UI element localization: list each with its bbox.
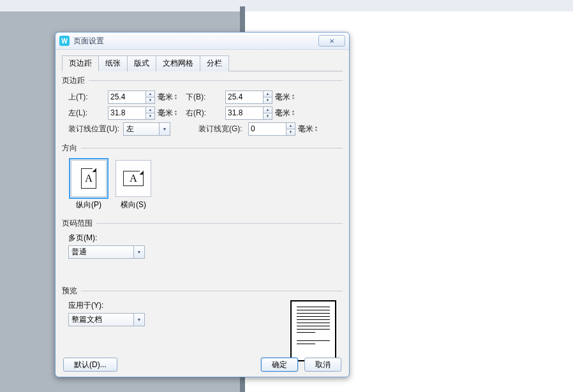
tab-margins[interactable]: 页边距 bbox=[62, 55, 99, 71]
label-bottom: 下(B): bbox=[186, 92, 225, 103]
fieldset-orientation: 方向 A 纵向(P) A 横向(S) bbox=[62, 143, 343, 214]
cancel-button[interactable]: 取消 bbox=[304, 358, 341, 372]
tab-columns[interactable]: 分栏 bbox=[200, 55, 229, 71]
orientation-portrait[interactable]: A 纵向(P) bbox=[71, 160, 107, 210]
close-button[interactable]: ✕ bbox=[318, 35, 345, 47]
label-left: 左(L): bbox=[68, 108, 108, 119]
tab-paper[interactable]: 纸张 bbox=[98, 55, 128, 71]
spin-down-icon[interactable]: ▼ bbox=[146, 97, 154, 103]
spin-down-icon[interactable]: ▼ bbox=[264, 113, 272, 119]
portrait-page-icon: A bbox=[81, 168, 96, 189]
input-bottom[interactable] bbox=[226, 92, 263, 103]
spin-gutter-width[interactable]: ▲▼ bbox=[248, 122, 295, 136]
spin-up-icon[interactable]: ▲ bbox=[264, 107, 272, 113]
spin-left[interactable]: ▲▼ bbox=[108, 106, 155, 120]
fieldset-page-scope: 页码范围 多页(M): 普通▼ bbox=[62, 218, 343, 260]
unit-left[interactable]: 毫米▲▼ bbox=[155, 108, 179, 119]
spin-up-icon[interactable]: ▲ bbox=[146, 91, 154, 97]
dialog-title: 页面设置 bbox=[73, 36, 318, 47]
tab-layout[interactable]: 版式 bbox=[127, 55, 156, 71]
chevron-down-icon[interactable]: ▼ bbox=[133, 314, 144, 326]
select-multi-page[interactable]: 普通▼ bbox=[68, 245, 145, 259]
orientation-landscape-label: 横向(S) bbox=[121, 200, 146, 210]
spin-up-icon[interactable]: ▲ bbox=[264, 91, 272, 97]
legend-preview: 预览 bbox=[62, 286, 77, 296]
unit-bottom[interactable]: 毫米▲▼ bbox=[272, 92, 297, 103]
app-icon: W bbox=[59, 36, 70, 46]
tab-docgrid[interactable]: 文档网格 bbox=[156, 55, 200, 71]
spin-up-icon[interactable]: ▲ bbox=[286, 123, 295, 129]
ok-button[interactable]: 确定 bbox=[261, 358, 298, 372]
orientation-landscape[interactable]: A 横向(S) bbox=[115, 160, 151, 210]
legend-page-scope: 页码范围 bbox=[62, 218, 93, 229]
label-gutter-width: 装订线宽(G): bbox=[198, 124, 248, 134]
spin-bottom[interactable]: ▲▼ bbox=[225, 91, 272, 104]
label-right: 右(R): bbox=[186, 108, 225, 119]
label-apply-to: 应用于(Y): bbox=[68, 300, 145, 311]
spin-top[interactable]: ▲▼ bbox=[108, 91, 155, 104]
titlebar[interactable]: W 页面设置 ✕ bbox=[56, 33, 349, 50]
spin-right[interactable]: ▲▼ bbox=[225, 106, 272, 120]
legend-margins: 页边距 bbox=[62, 75, 85, 86]
orientation-portrait-label: 纵向(P) bbox=[76, 200, 101, 210]
spin-down-icon[interactable]: ▼ bbox=[264, 97, 272, 103]
label-gutter-pos: 装订线位置(U): bbox=[68, 124, 123, 134]
spin-down-icon[interactable]: ▼ bbox=[286, 129, 295, 135]
label-top: 上(T): bbox=[68, 92, 108, 103]
tab-strip: 页边距 纸张 版式 文档网格 分栏 bbox=[62, 55, 343, 71]
select-gutter-pos[interactable]: 左▼ bbox=[123, 122, 170, 136]
chevron-down-icon[interactable]: ▼ bbox=[133, 246, 144, 258]
landscape-page-icon: A bbox=[123, 171, 144, 186]
label-multi-page: 多页(M): bbox=[68, 233, 343, 243]
fieldset-preview: 预览 应用于(Y): 整篇文档▼ bbox=[62, 286, 343, 363]
select-apply-to[interactable]: 整篇文档▼ bbox=[68, 313, 145, 326]
unit-right[interactable]: 毫米▲▼ bbox=[272, 108, 297, 119]
unit-top[interactable]: 毫米▲▼ bbox=[155, 92, 179, 103]
spin-down-icon[interactable]: ▼ bbox=[146, 113, 154, 119]
fieldset-margins: 页边距 上(T): ▲▼ 毫米▲▼ 下(B): ▲▼ 毫米▲▼ 左(L): ▲▼ bbox=[62, 75, 343, 139]
ruler bbox=[0, 0, 573, 12]
spin-up-icon[interactable]: ▲ bbox=[146, 107, 154, 113]
input-left[interactable] bbox=[108, 108, 145, 119]
chevron-down-icon[interactable]: ▼ bbox=[159, 123, 170, 135]
legend-orientation: 方向 bbox=[62, 143, 77, 154]
page-setup-dialog: W 页面设置 ✕ 页边距 纸张 版式 文档网格 分栏 页边距 上(T): ▲▼ … bbox=[55, 32, 350, 377]
input-top[interactable] bbox=[108, 92, 145, 103]
input-gutter-width[interactable] bbox=[249, 124, 286, 134]
unit-gutter[interactable]: 毫米▲▼ bbox=[295, 124, 320, 134]
preview-thumbnail bbox=[290, 300, 336, 361]
button-bar: 默认(D)... 确定 取消 bbox=[56, 358, 349, 372]
input-right[interactable] bbox=[226, 108, 263, 119]
default-button[interactable]: 默认(D)... bbox=[63, 358, 117, 372]
